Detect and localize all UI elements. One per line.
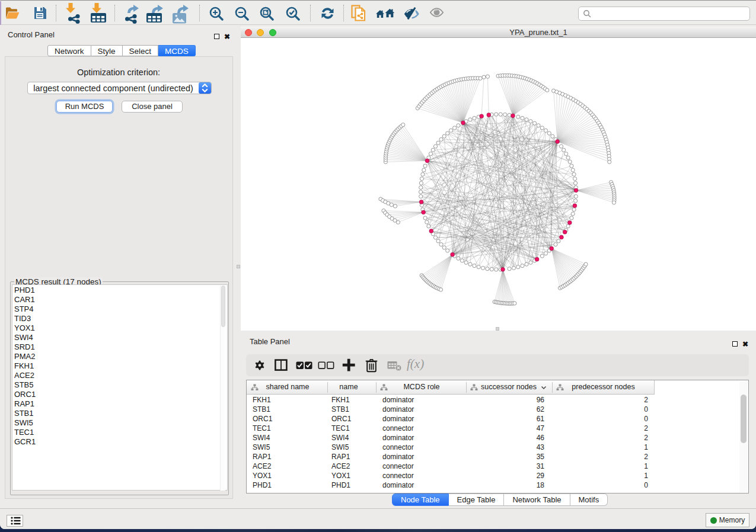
svg-text:f(x): f(x) — [407, 357, 424, 371]
